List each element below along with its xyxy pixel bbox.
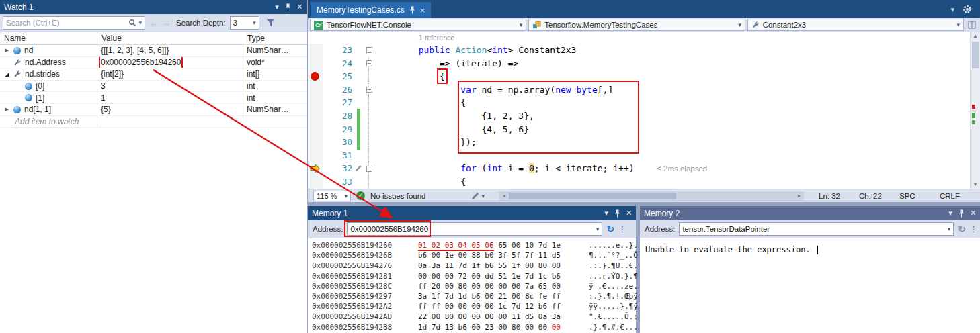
collapse-box-icon[interactable]: – [366, 166, 372, 172]
outlining-margin[interactable] [362, 123, 376, 136]
breakpoint-icon[interactable] [311, 72, 319, 81]
code-line[interactable]: 31 [308, 149, 980, 162]
memory1-address-combo[interactable]: ▾ [347, 222, 602, 236]
memory2-address-input[interactable] [682, 225, 945, 233]
tab-list-icon[interactable]: ▾ [950, 5, 954, 14]
watch-name-cell[interactable]: ◢nd.strides [0, 68, 97, 80]
watch-row[interactable]: ▶nd{[[1, 2, 3], [4, 5, 6]]}NumShar… [0, 45, 307, 57]
watch-value-cell[interactable] [97, 116, 243, 128]
memory1-titlebar[interactable]: Memory 1 ▾ × [308, 206, 636, 220]
watch-name-cell[interactable]: [0] [0, 81, 97, 92]
glyph-margin[interactable] [308, 149, 323, 162]
memory-row[interactable]: 0x000002556B19426001 02 03 04 05 06 65 0… [312, 240, 636, 250]
glyph-margin[interactable] [308, 96, 323, 109]
outlining-margin[interactable]: – [362, 57, 376, 70]
refresh-icon[interactable]: ↻ [958, 224, 966, 234]
tab-memorytestingcases[interactable]: MemoryTestingCases.cs × [311, 2, 431, 18]
glyph-margin[interactable] [308, 57, 323, 70]
column-header-name[interactable]: Name [0, 32, 97, 44]
toolbar-overflow-icon[interactable]: ⋮ [970, 225, 977, 234]
watch-name-cell[interactable]: ▶nd [0, 45, 97, 56]
close-icon[interactable]: × [626, 209, 632, 217]
window-menu-icon[interactable]: ▾ [275, 3, 279, 11]
scroll-left-icon[interactable]: ◂ [499, 193, 509, 199]
search-input[interactable] [6, 19, 126, 27]
outlining-margin[interactable] [362, 109, 376, 123]
glyph-margin[interactable] [308, 109, 323, 123]
filter-icon[interactable] [266, 19, 275, 27]
outlining-margin[interactable]: – [362, 83, 376, 97]
vertical-scrollbar[interactable]: ▲ ▼ [970, 32, 980, 189]
perf-tip[interactable]: ≤ 2ms elapsed [657, 164, 708, 173]
watch-titlebar[interactable]: Watch 1 ▾ × [0, 0, 307, 14]
memory-row[interactable]: 0x000002556B19428Cff 20 00 80 00 00 00 0… [312, 281, 636, 291]
scroll-up-icon[interactable]: ▲ [971, 32, 980, 40]
code-line[interactable]: 25 { [308, 70, 980, 83]
glyph-margin[interactable] [308, 83, 323, 97]
column-header-type[interactable]: Type [243, 32, 307, 44]
outlining-margin[interactable]: – [362, 162, 376, 175]
outlining-margin[interactable] [362, 149, 376, 162]
watch-value-cell[interactable]: {int[2]} [97, 68, 243, 80]
outlining-margin[interactable]: – [362, 44, 376, 57]
scroll-right-icon[interactable]: ▸ [794, 193, 804, 199]
collapse-box-icon[interactable]: – [366, 47, 372, 53]
watch-row[interactable]: [1]1int [0, 92, 307, 104]
current-statement-arrow-icon[interactable] [308, 162, 323, 175]
outlining-margin[interactable] [362, 175, 376, 189]
expander-icon[interactable]: ◢ [3, 71, 11, 77]
memory-row[interactable]: 0x000002556B1942760a 3a 11 7d 1f b6 55 1… [312, 260, 636, 271]
outlining-margin[interactable] [362, 96, 376, 109]
watch-value-cell[interactable]: 1 [97, 92, 243, 103]
watch-value-cell[interactable]: 0x000002556b194260 [97, 57, 243, 68]
code-line[interactable]: 27 { [308, 96, 980, 109]
glyph-margin[interactable] [308, 70, 323, 83]
watch-row[interactable]: nd.Address0x000002556b194260void* [0, 57, 307, 69]
memory2-message-area[interactable]: Unable to evaluate the expression. [640, 238, 980, 254]
memory-bytes[interactable]: 00 00 00 72 00 dd 51 1e 7d 1c b6 [418, 271, 582, 281]
memory-row[interactable]: 0x000002556B19426Bb6 00 1e 00 88 b0 3f 5… [312, 250, 636, 260]
watch-row[interactable]: [0]3int [0, 81, 307, 93]
close-icon[interactable]: × [297, 3, 302, 11]
code-line[interactable]: 28 {1, 2, 3}, [308, 109, 980, 123]
memory-bytes[interactable]: 1d 7d 13 b6 00 23 00 80 00 00 00 [418, 322, 582, 332]
search-forward-icon[interactable]: → [162, 18, 171, 28]
watch-name-cell[interactable]: ▶nd[1, 1] [0, 104, 97, 115]
code-line[interactable]: 32– for (int i = 0; i < iterate; i++)≤ 2… [308, 162, 980, 175]
collapse-box-icon[interactable]: – [366, 87, 372, 93]
memory-bytes[interactable]: 3a 1f 7d 1d b6 00 21 00 8c fe ff [418, 291, 582, 301]
scrollbar-thumb[interactable] [509, 193, 676, 199]
memory-bytes[interactable]: 01 02 03 04 05 06 65 00 10 7d 1e [418, 240, 582, 250]
member-dropdown[interactable]: Constant2x3 ▾ [747, 19, 964, 31]
pin-icon[interactable] [614, 209, 620, 218]
watch-name-cell[interactable]: Add item to watch [0, 116, 97, 128]
outlining-margin[interactable] [362, 70, 376, 83]
window-menu-icon[interactable]: ▾ [948, 209, 952, 217]
memory-row[interactable]: 0x000002556B1942B81d 7d 13 b6 00 23 00 8… [312, 322, 636, 332]
expander-icon[interactable]: ▶ [3, 48, 11, 53]
watch-name-cell[interactable]: nd.Address [0, 57, 97, 68]
watch-row[interactable]: ▶nd[1, 1]{5}NumShar… [0, 104, 307, 116]
issues-text[interactable]: No issues found [370, 192, 425, 200]
watch-value-cell[interactable]: {[[1, 2, 3], [4, 5, 6]]} [97, 45, 243, 56]
glyph-margin[interactable] [308, 175, 323, 189]
search-box[interactable]: ▾ [3, 16, 145, 30]
scroll-down-icon[interactable]: ▼ [971, 181, 980, 189]
gear-icon[interactable] [963, 5, 972, 14]
memory-row[interactable]: 0x000002556B1942973a 1f 7d 1d b6 00 21 0… [312, 291, 636, 301]
codelens-references[interactable]: 1 reference [308, 32, 980, 44]
code-line[interactable]: 26– var nd = np.array(new byte[,] [308, 83, 980, 97]
code-line[interactable]: 23– public Action<int> Constant2x3 [308, 44, 980, 57]
pin-icon[interactable] [285, 3, 291, 11]
memory-row[interactable]: 0x000002556B1942A2ff ff 00 00 00 00 1c 7… [312, 301, 636, 312]
column-header-value[interactable]: Value [97, 32, 243, 44]
code-line[interactable]: 30 }); [308, 136, 980, 149]
watch-value-cell[interactable]: 3 [97, 81, 243, 92]
search-back-icon[interactable]: ← [149, 18, 158, 28]
scrollbar-thumb[interactable] [972, 42, 979, 68]
search-depth-combo[interactable]: 3 ▾ [230, 16, 259, 30]
memory2-address-combo[interactable]: ▾ [679, 222, 954, 236]
watch-value-cell[interactable]: {5} [97, 104, 243, 115]
memory1-hex-dump[interactable]: 0x000002556B19426001 02 03 04 05 06 65 0… [308, 238, 636, 332]
outlining-margin[interactable] [362, 136, 376, 149]
